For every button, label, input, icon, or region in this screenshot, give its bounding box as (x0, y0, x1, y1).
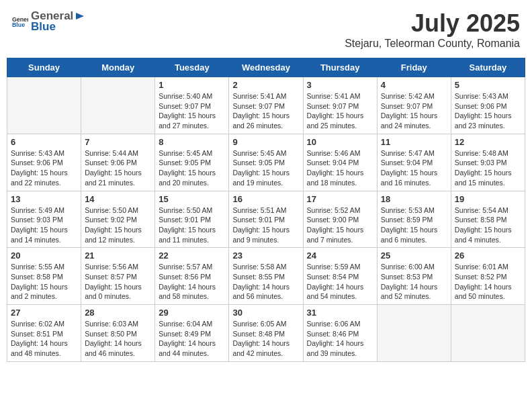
calendar-cell: 17Sunrise: 5:52 AM Sunset: 9:00 PM Dayli… (303, 191, 377, 248)
calendar-cell: 29Sunrise: 6:04 AM Sunset: 8:49 PM Dayli… (155, 305, 229, 362)
calendar-cell: 25Sunrise: 6:00 AM Sunset: 8:53 PM Dayli… (377, 248, 451, 305)
weekday-header-thursday: Thursday (303, 58, 377, 77)
calendar-cell: 14Sunrise: 5:50 AM Sunset: 9:02 PM Dayli… (81, 191, 155, 248)
day-info: Sunrise: 6:01 AM Sunset: 8:52 PM Dayligh… (455, 262, 521, 302)
calendar-cell: 3Sunrise: 5:41 AM Sunset: 9:07 PM Daylig… (303, 77, 377, 134)
calendar-week-row: 6Sunrise: 5:43 AM Sunset: 9:06 PM Daylig… (7, 134, 525, 191)
title-block: July 2025 Stejaru, Teleorman County, Rom… (345, 9, 520, 50)
calendar-week-row: 1Sunrise: 5:40 AM Sunset: 9:07 PM Daylig… (7, 77, 525, 134)
month-year-title: July 2025 (345, 9, 520, 38)
weekday-header-saturday: Saturday (451, 58, 525, 77)
day-number: 12 (455, 137, 521, 147)
day-info: Sunrise: 5:59 AM Sunset: 8:54 PM Dayligh… (307, 262, 373, 302)
calendar-cell: 26Sunrise: 6:01 AM Sunset: 8:52 PM Dayli… (451, 248, 525, 305)
day-info: Sunrise: 6:03 AM Sunset: 8:50 PM Dayligh… (85, 319, 151, 359)
day-number: 13 (11, 194, 77, 204)
day-info: Sunrise: 5:55 AM Sunset: 8:58 PM Dayligh… (11, 262, 77, 302)
day-info: Sunrise: 5:57 AM Sunset: 8:56 PM Dayligh… (159, 262, 225, 302)
calendar-week-row: 13Sunrise: 5:49 AM Sunset: 9:03 PM Dayli… (7, 191, 525, 248)
weekday-header-wednesday: Wednesday (229, 58, 303, 77)
day-info: Sunrise: 5:41 AM Sunset: 9:07 PM Dayligh… (232, 91, 299, 131)
calendar-cell: 28Sunrise: 6:03 AM Sunset: 8:50 PM Dayli… (81, 305, 155, 362)
calendar-cell: 22Sunrise: 5:57 AM Sunset: 8:56 PM Dayli… (155, 248, 229, 305)
day-info: Sunrise: 5:51 AM Sunset: 9:01 PM Dayligh… (232, 205, 299, 245)
day-number: 27 (11, 308, 77, 318)
weekday-header-row: SundayMondayTuesdayWednesdayThursdayFrid… (7, 58, 525, 77)
day-number: 31 (307, 308, 373, 318)
svg-marker-2 (76, 13, 84, 19)
day-info: Sunrise: 5:43 AM Sunset: 9:06 PM Dayligh… (11, 148, 77, 188)
day-number: 24 (307, 250, 373, 261)
day-number: 11 (381, 137, 447, 147)
day-info: Sunrise: 5:46 AM Sunset: 9:04 PM Dayligh… (307, 148, 373, 188)
day-number: 2 (232, 80, 299, 90)
calendar-cell: 6Sunrise: 5:43 AM Sunset: 9:06 PM Daylig… (7, 134, 81, 191)
weekday-header-sunday: Sunday (7, 58, 81, 77)
day-number: 22 (159, 250, 225, 261)
calendar-week-row: 27Sunrise: 6:02 AM Sunset: 8:51 PM Dayli… (7, 305, 525, 362)
day-number: 1 (159, 80, 225, 90)
calendar-cell (377, 305, 451, 362)
day-info: Sunrise: 5:41 AM Sunset: 9:07 PM Dayligh… (307, 91, 373, 131)
calendar-cell (451, 305, 525, 362)
day-info: Sunrise: 5:42 AM Sunset: 9:07 PM Dayligh… (381, 91, 447, 131)
day-info: Sunrise: 5:56 AM Sunset: 8:57 PM Dayligh… (85, 262, 151, 302)
day-info: Sunrise: 5:48 AM Sunset: 9:03 PM Dayligh… (455, 148, 521, 188)
calendar-cell: 27Sunrise: 6:02 AM Sunset: 8:51 PM Dayli… (7, 305, 81, 362)
calendar-table: SundayMondayTuesdayWednesdayThursdayFrid… (7, 58, 525, 362)
weekday-header-friday: Friday (377, 58, 451, 77)
day-number: 5 (455, 80, 521, 90)
calendar-cell: 7Sunrise: 5:44 AM Sunset: 9:06 PM Daylig… (81, 134, 155, 191)
day-number: 20 (11, 250, 77, 261)
calendar-cell: 4Sunrise: 5:42 AM Sunset: 9:07 PM Daylig… (377, 77, 451, 134)
calendar-cell (7, 77, 81, 134)
calendar-cell: 5Sunrise: 5:43 AM Sunset: 9:06 PM Daylig… (451, 77, 525, 134)
calendar-cell: 24Sunrise: 5:59 AM Sunset: 8:54 PM Dayli… (303, 248, 377, 305)
logo-arrow-icon (75, 11, 85, 21)
calendar-week-row: 20Sunrise: 5:55 AM Sunset: 8:58 PM Dayli… (7, 248, 525, 305)
day-number: 26 (455, 250, 521, 261)
logo: General Blue General Blue (12, 9, 85, 34)
day-number: 28 (85, 308, 151, 318)
day-info: Sunrise: 5:43 AM Sunset: 9:06 PM Dayligh… (455, 91, 521, 131)
day-info: Sunrise: 5:45 AM Sunset: 9:05 PM Dayligh… (159, 148, 225, 188)
day-info: Sunrise: 5:40 AM Sunset: 9:07 PM Dayligh… (159, 91, 225, 131)
day-info: Sunrise: 5:58 AM Sunset: 8:55 PM Dayligh… (232, 262, 299, 302)
day-info: Sunrise: 6:04 AM Sunset: 8:49 PM Dayligh… (159, 319, 225, 359)
day-number: 21 (85, 250, 151, 261)
day-number: 6 (11, 137, 77, 147)
calendar-cell (81, 77, 155, 134)
calendar-cell: 1Sunrise: 5:40 AM Sunset: 9:07 PM Daylig… (155, 77, 229, 134)
calendar-cell: 15Sunrise: 5:50 AM Sunset: 9:01 PM Dayli… (155, 191, 229, 248)
day-number: 15 (159, 194, 225, 204)
calendar-cell: 10Sunrise: 5:46 AM Sunset: 9:04 PM Dayli… (303, 134, 377, 191)
logo-icon: General Blue (12, 15, 28, 28)
svg-text:Blue: Blue (12, 21, 25, 28)
day-number: 8 (159, 137, 225, 147)
location-subtitle: Stejaru, Teleorman County, Romania (345, 38, 520, 50)
day-number: 3 (307, 80, 373, 90)
day-info: Sunrise: 5:47 AM Sunset: 9:04 PM Dayligh… (381, 148, 447, 188)
day-info: Sunrise: 5:45 AM Sunset: 9:05 PM Dayligh… (232, 148, 299, 188)
calendar-cell: 19Sunrise: 5:54 AM Sunset: 8:58 PM Dayli… (451, 191, 525, 248)
calendar-cell: 21Sunrise: 5:56 AM Sunset: 8:57 PM Dayli… (81, 248, 155, 305)
calendar-cell: 13Sunrise: 5:49 AM Sunset: 9:03 PM Dayli… (7, 191, 81, 248)
day-number: 17 (307, 194, 373, 204)
day-info: Sunrise: 5:50 AM Sunset: 9:01 PM Dayligh… (159, 205, 225, 245)
day-number: 23 (232, 250, 299, 261)
day-number: 25 (381, 250, 447, 261)
day-number: 29 (159, 308, 225, 318)
day-number: 19 (455, 194, 521, 204)
page-header: General Blue General Blue July 2025 Stej… (7, 7, 525, 52)
calendar-cell: 18Sunrise: 5:53 AM Sunset: 8:59 PM Dayli… (377, 191, 451, 248)
day-info: Sunrise: 5:52 AM Sunset: 9:00 PM Dayligh… (307, 205, 373, 245)
day-info: Sunrise: 5:50 AM Sunset: 9:02 PM Dayligh… (85, 205, 151, 245)
day-info: Sunrise: 5:54 AM Sunset: 8:58 PM Dayligh… (455, 205, 521, 245)
calendar-cell: 20Sunrise: 5:55 AM Sunset: 8:58 PM Dayli… (7, 248, 81, 305)
calendar-cell: 31Sunrise: 6:06 AM Sunset: 8:46 PM Dayli… (303, 305, 377, 362)
day-number: 7 (85, 137, 151, 147)
calendar-cell: 16Sunrise: 5:51 AM Sunset: 9:01 PM Dayli… (229, 191, 303, 248)
day-info: Sunrise: 6:06 AM Sunset: 8:46 PM Dayligh… (307, 319, 373, 359)
weekday-header-monday: Monday (81, 58, 155, 77)
day-number: 10 (307, 137, 373, 147)
